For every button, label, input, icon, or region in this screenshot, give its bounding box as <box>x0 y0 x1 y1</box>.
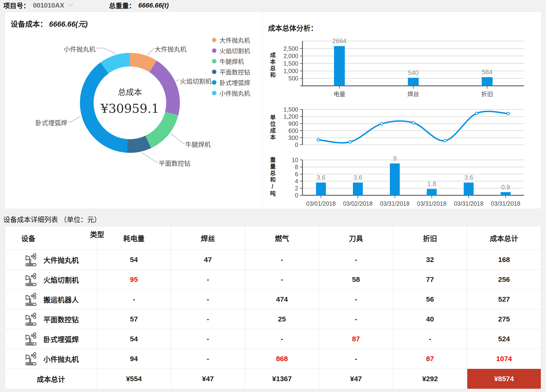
svg-text:1,000: 1,000 <box>283 68 298 74</box>
cost-cell: 527 <box>467 289 541 309</box>
device-cost-title-value: 6666.66(元) <box>49 20 88 28</box>
chevron-down-icon[interactable] <box>67 3 74 8</box>
table-row: 小件抛丸机94-868-871074 <box>5 349 541 369</box>
legend-item[interactable]: 小件抛丸机 <box>212 90 250 96</box>
project-value[interactable]: 001010AX <box>33 2 64 9</box>
cost-cell: 25 <box>245 309 319 329</box>
legend-item[interactable]: 牛腿焊机 <box>212 58 250 64</box>
corner-device-label: 设备 <box>21 233 35 243</box>
cost-cell: - <box>97 289 171 309</box>
table-row: 平面数控钻57-25-40275 <box>5 309 541 329</box>
donut-callout-label: 大件抛丸机 <box>155 44 187 53</box>
device-name-cell: 卧式埋弧焊 <box>5 329 97 349</box>
column-header: 燃气 <box>245 226 319 250</box>
bar[interactable] <box>316 183 326 195</box>
weight-sum-axis-title: 重量总和/吨 <box>267 157 277 197</box>
weight-sum-chart-row: 重量总和/吨 02468103.603/01/20183.603/02/2018… <box>267 152 541 213</box>
svg-text:03/31/2018: 03/31/2018 <box>380 200 410 207</box>
svg-text:584: 584 <box>482 69 493 76</box>
table-header-row: 类型 设备耗电量焊丝燃气刀具折旧成本总计 <box>5 226 541 250</box>
cost-cell: 54 <box>97 329 171 349</box>
table-row: 大件抛丸机5447--32168 <box>5 250 541 270</box>
bar[interactable] <box>464 183 474 195</box>
corner-header-cell: 类型 设备 <box>5 226 97 250</box>
donut-callout-label: 卧式埋弧焊 <box>35 118 67 127</box>
device-name: 平面数控钻 <box>43 314 79 324</box>
svg-text:1,500: 1,500 <box>283 60 298 67</box>
table-footer-row: 成本总计¥554¥47¥1367¥47¥292¥8574 <box>5 369 541 389</box>
svg-text:2,000: 2,000 <box>283 52 298 59</box>
cost-cell: - <box>319 309 393 329</box>
column-header: 耗电量 <box>97 226 171 250</box>
line-marker[interactable] <box>317 138 320 141</box>
machine-icon <box>24 273 38 286</box>
unit-cost-axis-title: 单位成本 <box>267 114 277 141</box>
donut-center-label: 总成本 <box>118 87 142 97</box>
svg-text:8: 8 <box>295 164 298 170</box>
weight-sum-bar-chart: 02468103.603/01/20183.603/02/2018903/31/… <box>277 152 526 213</box>
legend-label: 平面数控钻 <box>220 67 250 76</box>
legend-item[interactable]: 平面数控钻 <box>212 69 250 75</box>
cost-cell: - <box>171 349 245 369</box>
device-name-cell: 平面数控钻 <box>5 309 97 329</box>
bar[interactable] <box>334 46 345 86</box>
legend-item[interactable]: 卧式埋弧焊 <box>212 79 250 86</box>
machine-icon <box>24 352 38 366</box>
cost-cell: - <box>245 270 319 289</box>
bar[interactable] <box>390 163 400 195</box>
bar[interactable] <box>501 192 511 196</box>
line-marker[interactable] <box>380 123 383 125</box>
device-name-cell: 火焰切割机 <box>5 270 97 289</box>
cost-cell: 57 <box>97 309 171 329</box>
legend-item[interactable]: 火焰切割机 <box>212 47 250 54</box>
svg-text:0.9: 0.9 <box>501 184 510 191</box>
device-name-cell: 小件抛丸机 <box>5 349 97 369</box>
footer-total-label: 成本总计 <box>5 369 97 389</box>
column-header: 刀具 <box>319 226 393 250</box>
cost-cell: 168 <box>467 250 541 270</box>
cost-cell: 474 <box>245 289 319 309</box>
legend-swatch <box>212 91 216 95</box>
donut-slice[interactable] <box>145 112 178 148</box>
svg-text:2: 2 <box>295 185 298 191</box>
donut-callout-label: 火焰切割机 <box>180 76 212 86</box>
line-marker[interactable] <box>444 139 446 142</box>
line-marker[interactable] <box>412 121 415 124</box>
device-name: 卧式埋弧焊 <box>43 334 79 344</box>
cost-cell: - <box>171 329 245 349</box>
svg-text:2,500: 2,500 <box>283 45 298 52</box>
cost-cell: 87 <box>319 329 393 349</box>
cost-cell: - <box>171 270 245 289</box>
legend-item[interactable]: 大件抛丸机 <box>212 37 250 43</box>
project-label: 项目号： <box>3 1 30 10</box>
donut-chart[interactable]: 总成本¥30959.1 <box>78 51 182 155</box>
svg-text:0: 0 <box>295 142 298 148</box>
svg-text:焊丝: 焊丝 <box>407 91 419 98</box>
bar[interactable] <box>482 77 493 86</box>
svg-text:1,200: 1,200 <box>283 113 298 120</box>
svg-text:1,500: 1,500 <box>283 106 298 113</box>
donut-center-value: ¥30959.1 <box>100 101 159 116</box>
footer-total-cell: ¥292 <box>393 369 467 389</box>
line-marker[interactable] <box>349 141 351 144</box>
svg-text:3.6: 3.6 <box>317 174 325 181</box>
bar[interactable] <box>408 78 419 86</box>
legend-swatch <box>212 38 216 42</box>
device-cost-title: 设备成本：6666.66(元) <box>5 12 262 29</box>
svg-text:1.8: 1.8 <box>427 180 436 188</box>
bar[interactable] <box>353 183 363 195</box>
cost-sum-axis-title: 成本总和 <box>267 52 277 78</box>
cost-cell: 275 <box>467 309 541 329</box>
line-marker[interactable] <box>475 112 478 115</box>
topbar: 项目号： 001010AX 总重量： 6666.66(t) <box>0 0 546 11</box>
table-row: 火焰切割机95--5877256 <box>5 270 541 289</box>
svg-text:03/31/2018: 03/31/2018 <box>491 200 520 207</box>
bar[interactable] <box>427 189 437 195</box>
device-table-body: 大件抛丸机5447--32168 火焰切割机95--5877256 搬运机器人-… <box>5 250 541 369</box>
line-marker[interactable] <box>507 112 509 115</box>
cost-cell: - <box>245 250 319 270</box>
legend-swatch <box>212 70 216 74</box>
cost-cell: 56 <box>393 289 467 309</box>
svg-text:9: 9 <box>393 155 396 162</box>
svg-text:03/02/2018: 03/02/2018 <box>343 200 372 207</box>
